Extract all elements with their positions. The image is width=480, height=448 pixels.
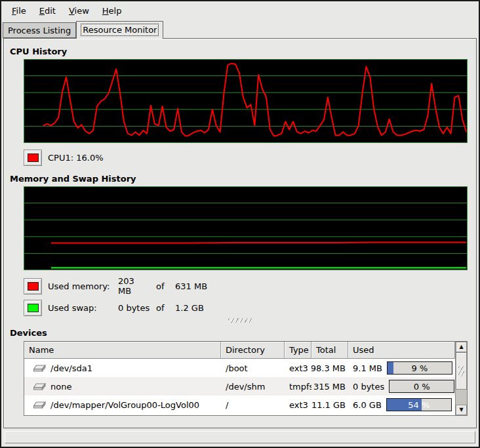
memory-color-swatch [28,282,39,291]
cpu-history-title: CPU History [10,47,476,56]
tab-resource-monitor[interactable]: Resource Monitor [76,21,163,39]
column-header-name[interactable]: Name [24,342,221,359]
device-total-cell: 98.3 MB [311,359,348,377]
pane-resize-grip[interactable] [228,318,252,323]
scroll-up-button[interactable]: ▲ [456,342,467,352]
cpu-legend: CPU1: 16.0% [24,149,476,166]
device-type-cell: tmpfs [285,377,311,396]
table-row[interactable]: /dev/sda1 /boot ext3 98.3 MB 9.1 MB 9 % [24,359,455,377]
scrollbar-thumb[interactable] [456,352,467,390]
device-total-cell: 315 MB [311,377,348,396]
disk-drive-icon [33,401,46,409]
swap-legend: Used swap: 0 bytes of 1.2 GB [24,299,476,316]
cpu-color-swatch [28,153,39,162]
swap-color-button[interactable] [24,300,42,316]
usage-bar: 54 % [386,398,452,411]
device-type-cell: ext3 [285,396,311,414]
table-row[interactable]: none /dev/shm tmpfs 315 MB 0 bytes 0 % [24,377,455,396]
usage-bar-label: 9 % [388,362,452,374]
swap-used-value: 0 bytes [118,303,150,313]
devices-table: Name Directory Type Total Used /dev/sd [24,341,468,416]
device-used-cell: 0 bytes 0 % [348,377,455,396]
memory-legend: Used memory: 203 MB of 631 MB [24,276,476,293]
cpu-history-chart [24,59,468,143]
menu-file[interactable]: File [5,3,33,18]
table-row[interactable]: /dev/mapper/VolGroup00-LogVol00 / ext3 1… [24,396,455,414]
usage-bar-label: 54 % [387,399,451,411]
memory-total-value: 631 MB [175,281,476,291]
memory-history-chart [24,186,468,270]
tab-bar: Process Listing Resource Monitor [1,20,479,38]
memory-used-value: 203 MB [118,276,150,296]
devices-scrollbar: ▲ ▼ [455,342,467,415]
device-name-cell: /dev/mapper/VolGroup00-LogVol00 [24,396,221,414]
device-directory-cell: /boot [221,359,285,377]
devices-title: Devices [10,328,476,338]
system-monitor-window: File Edit View Help Process Listing Reso… [0,0,480,448]
menu-view[interactable]: View [62,3,96,18]
column-header-directory[interactable]: Directory [221,342,285,359]
usage-bar: 9 % [387,361,452,375]
device-type-cell: ext3 [285,359,311,377]
tab-label: Process Listing [8,26,71,35]
swap-of-label: of [156,303,169,313]
device-used-cell: 6.0 GB 54 % [348,396,455,414]
disk-drive-icon [33,364,46,373]
tab-process-listing[interactable]: Process Listing [3,22,76,38]
scroll-down-button[interactable]: ▼ [456,405,467,415]
swap-total-value: 1.2 GB [175,303,476,313]
usage-bar-label: 0 % [390,380,454,392]
cpu-legend-label: CPU1: 16.0% [48,153,476,163]
arrow-up-icon: ▲ [459,344,463,350]
memory-of-label: of [156,281,169,291]
memory-history-title: Memory and Swap History [10,174,476,184]
device-total-cell: 11.1 GB [311,396,348,414]
memory-color-button[interactable] [24,278,42,295]
menu-edit[interactable]: Edit [33,3,62,18]
resource-monitor-page: CPU History CPU1: 16.0% Memory and Swap … [3,38,477,428]
column-header-type[interactable]: Type [285,342,311,359]
column-header-used[interactable]: Used [348,342,455,359]
scrollbar-track[interactable] [456,390,467,405]
disk-drive-icon [33,382,46,391]
device-directory-cell: / [221,396,285,414]
tab-label: Resource Monitor [81,24,158,35]
device-directory-cell: /dev/shm [221,377,285,396]
usage-bar: 0 % [389,380,454,393]
scrollbar-grip [458,366,464,377]
device-name-cell: /dev/sda1 [24,359,221,377]
device-name-cell: none [24,377,221,396]
devices-table-header: Name Directory Type Total Used [24,342,455,359]
device-used-cell: 9.1 MB 9 % [348,359,455,377]
swap-legend-label: Used swap: [48,303,112,313]
memory-legend-label: Used memory: [48,281,112,291]
menu-help[interactable]: Help [96,3,129,18]
status-bar [5,431,475,443]
arrow-down-icon: ▼ [459,407,463,413]
swap-color-swatch [28,304,39,312]
cpu-color-button[interactable] [24,150,42,166]
devices-table-body: Name Directory Type Total Used /dev/sd [24,342,455,415]
column-header-total[interactable]: Total [311,342,348,359]
menu-bar: File Edit View Help [1,1,479,20]
